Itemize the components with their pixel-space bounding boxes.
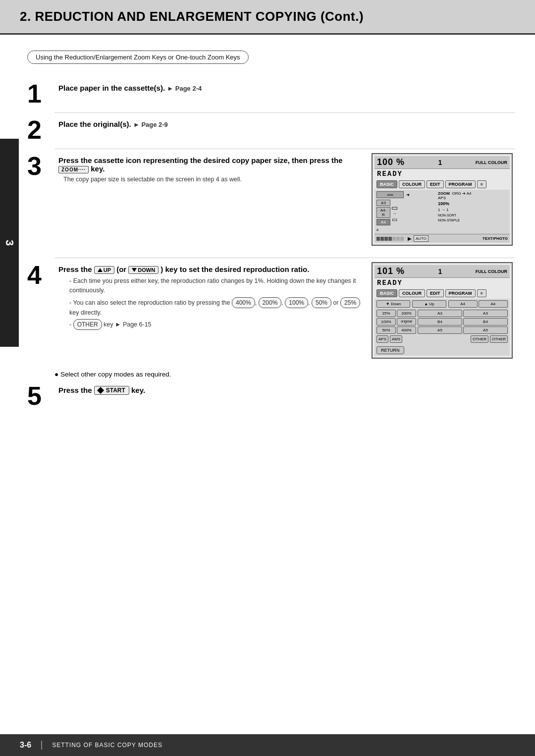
lcd-2-tab-program[interactable]: PROGRAM: [445, 289, 476, 297]
key-50[interactable]: 50%: [312, 297, 331, 308]
lcd-tray-col: A3 A4-R A4: [376, 200, 390, 226]
start-key[interactable]: START: [94, 386, 129, 395]
step-5-title: Press the START key.: [58, 386, 515, 395]
lcd-2-tab-menu[interactable]: ≡: [477, 289, 486, 297]
key-100[interactable]: 100%: [285, 297, 308, 308]
key-400[interactable]: 400%: [232, 297, 255, 308]
lcd-tray-a3[interactable]: A3: [376, 200, 390, 206]
step-1-pageref: Page 2-4: [175, 85, 202, 92]
lcd-updown-btns: ▼ Down ▲ Up A4 A4: [376, 300, 508, 308]
lcd-zoom-400[interactable]: 400%: [397, 326, 416, 334]
lcd-2-tab-colour[interactable]: COLOUR: [399, 289, 425, 297]
lcd-2-tabs: BASIC COLOUR EDIT PROGRAM ≡: [374, 288, 510, 299]
lcd-zoom-200[interactable]: 200%: [397, 310, 416, 317]
lcd-tab-edit[interactable]: EDIT: [427, 180, 444, 188]
lcd-tab-program[interactable]: PROGRAM: [445, 180, 476, 188]
lcd-zoom-100[interactable]: 100%: [376, 318, 396, 325]
step-3-content: Press the cassette icon representing the…: [58, 153, 363, 183]
lcd-2-topbar: 101 % 1 FULL COLOUR: [374, 265, 510, 278]
lcd-auto-btn[interactable]: AUTO: [414, 235, 428, 242]
page-title: 2. REDUCTION AND ENLARGEMENT COPYING (Co…: [20, 9, 515, 24]
step-2-number: 2: [27, 117, 54, 143]
lcd-2-colour: FULL COLOUR: [476, 269, 507, 274]
lcd-size-a5-copy[interactable]: A5: [463, 326, 508, 334]
footer-page-num: 3-6: [20, 741, 42, 750]
lcd-1-autoicon: ≡: [376, 228, 379, 232]
step-3-title: Press the cassette icon representing the…: [58, 156, 363, 173]
step-4-notes: - Each time you press either key, the re…: [63, 276, 363, 330]
lcd-aps-row: APS AMS OTHER OTHER: [376, 335, 508, 343]
lcd-sort-info: NON-SORT NON-STAPLE: [438, 213, 508, 223]
lcd-return-btn[interactable]: RETURN: [376, 346, 404, 354]
lcd-size-a3-orig[interactable]: A3: [418, 310, 462, 317]
page: 2. REDUCTION AND ENLARGEMENT COPYING (Co…: [0, 0, 535, 756]
zoom-key[interactable]: ZOOM····: [58, 166, 89, 173]
step-1-title: Place paper in the cassette(s). ► Page 2…: [58, 84, 515, 92]
lcd-btn-up[interactable]: ▲ Up: [412, 300, 446, 308]
lcd-size-b4-copy[interactable]: B4: [463, 318, 508, 325]
start-diamond-icon: [97, 387, 104, 394]
lcd-1-right: ZOOM ORG ➜ A4 APS 100% 1 → 1 NON-SORT: [438, 191, 508, 232]
lcd-1-body: ≡≡≡ ➜ A3 A4-R A4: [374, 190, 510, 234]
lcd-tab-basic[interactable]: BASIC: [376, 180, 397, 188]
lcd-aps-btn[interactable]: APS: [376, 335, 388, 343]
lcd-2-percent: 101 %: [377, 266, 405, 276]
notice-box: Using the Reduction/Enlargement Zoom Key…: [27, 51, 249, 64]
lcd-1-colour: FULL COLOUR: [476, 160, 507, 165]
lcd-btn-down[interactable]: ▼ Down: [376, 300, 410, 308]
step-2-title: Place the original(s). ► Page 2-9: [58, 120, 515, 128]
lcd-feeder-label: ➜: [406, 193, 410, 197]
step-3-number: 3: [27, 153, 54, 179]
lcd-tray-a4r[interactable]: A4-R: [376, 207, 390, 218]
page-footer: 3-6 SETTING OF BASIC COPY MODES: [0, 734, 535, 756]
lcd-2-tab-basic[interactable]: BASIC: [376, 289, 397, 297]
step-3-section: 3 Press the cassette icon representing t…: [27, 153, 515, 251]
step-5: 5 Press the START key.: [27, 383, 515, 409]
lcd-zoom-presets: 25% 200% 100% original 50% 400%: [376, 310, 416, 334]
lcd-ams-btn[interactable]: AMS: [390, 335, 402, 343]
step-4-section: 4 Press the UP (or DOWN: [27, 262, 515, 364]
down-key[interactable]: DOWN: [128, 266, 159, 274]
lcd-zoom-original: original: [397, 318, 416, 325]
lcd-size-b4-orig[interactable]: B4: [418, 318, 462, 325]
step-4-number: 4: [27, 262, 54, 288]
lcd-tab-menu[interactable]: ≡: [477, 180, 486, 188]
lcd-other-orig[interactable]: OTHER: [471, 335, 488, 343]
lcd-1-num: 1: [438, 159, 442, 166]
up-key[interactable]: UP: [94, 266, 114, 274]
step-5-content: Press the START key.: [58, 383, 515, 396]
key-200[interactable]: 200%: [259, 297, 282, 308]
lcd-return-area: RETURN: [376, 345, 508, 354]
key-25[interactable]: 25%: [340, 297, 360, 308]
lcd-other-copy[interactable]: OTHER: [490, 335, 508, 343]
step-2-divider: [54, 149, 515, 149]
step-4-title: Press the UP (or DOWN ) key to set the d…: [58, 265, 363, 274]
lcd-zoom-info: ZOOM ORG ➜ A4 APS: [438, 191, 508, 200]
other-key[interactable]: OTHER: [73, 319, 102, 330]
triangle-down-icon: [132, 268, 137, 272]
lcd-feeder-icon: ≡≡≡: [376, 191, 404, 198]
lcd-size-a4-orig[interactable]: A4: [448, 300, 478, 308]
step-2-pageref: Page 2-9: [141, 121, 167, 128]
step-4-left: 4 Press the UP (or DOWN: [27, 262, 363, 336]
footer-section-title: SETTING OF BASIC COPY MODES: [52, 742, 162, 749]
lcd-size-a3-copy[interactable]: A3: [463, 310, 508, 317]
lcd-zoom-50[interactable]: 50%: [376, 326, 396, 334]
step-3-left: 3 Press the cassette icon representing t…: [27, 153, 363, 189]
step-1: 1 Place paper in the cassette(s). ► Page…: [27, 81, 515, 107]
lcd-zoom-25[interactable]: 25%: [376, 310, 396, 317]
chapter-bar: 3: [0, 139, 19, 347]
lcd-size-a4-copy[interactable]: A4: [479, 300, 508, 308]
screen-1: 100 % 1 FULL COLOUR READY BASIC COLOUR E…: [372, 153, 515, 251]
lcd-screen-2: 101 % 1 FULL COLOUR READY BASIC COLOUR E…: [372, 262, 513, 359]
lcd-tab-colour[interactable]: COLOUR: [399, 180, 425, 188]
step-2: 2 Place the original(s). ► Page 2-9: [27, 117, 515, 143]
step-2-content: Place the original(s). ► Page 2-9: [58, 117, 515, 129]
lcd-2-tab-edit[interactable]: EDIT: [427, 289, 444, 297]
lcd-size-col1: A4 A4: [448, 300, 508, 308]
lcd-feeder-area: ≡≡≡ ➜: [376, 191, 436, 198]
lcd-2-num: 1: [438, 268, 442, 275]
lcd-size-a5-orig[interactable]: A5: [418, 326, 462, 334]
lcd-tray-a4[interactable]: A4: [376, 219, 390, 225]
lcd-ratio: 100%: [438, 201, 508, 206]
